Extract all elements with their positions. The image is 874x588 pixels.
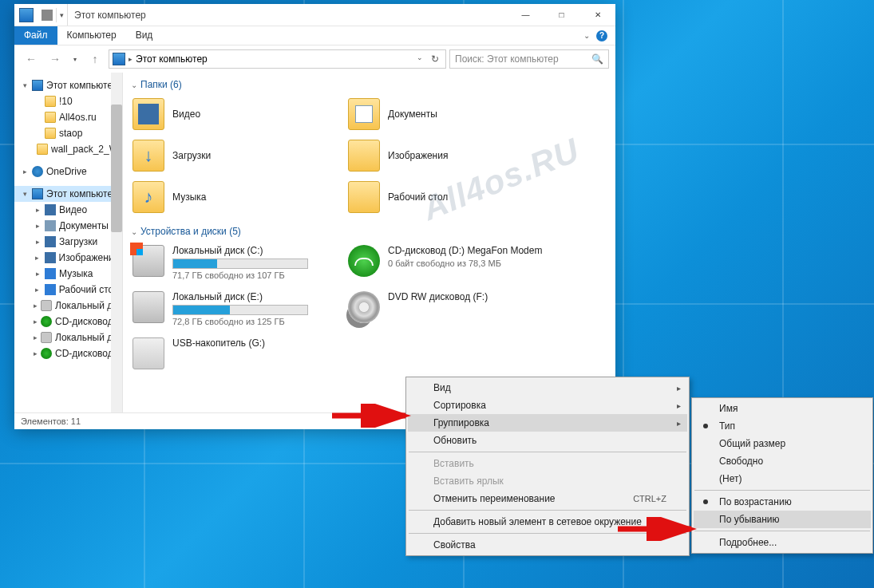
ctx-add-network[interactable]: Добавить новый элемент в сетевое окружен… [408,513,687,531]
section-folders-label: Папки (6) [140,79,182,90]
search-input[interactable]: Поиск: Этот компьютер 🔍 [449,49,609,69]
tree-caret-icon[interactable]: ▸ [34,286,42,294]
tree-item[interactable]: ▸Рабочий стол [14,282,122,298]
folder-tile[interactable]: Документы [346,97,546,132]
tree-caret-icon[interactable]: ▸ [34,270,42,278]
breadcrumb[interactable]: ▸ Этот компьютер ⌄ ↻ [109,49,446,69]
tree-item[interactable]: ▸Музыка [14,266,122,282]
maximize-button[interactable]: □ [544,4,579,26]
drive-tile[interactable]: DVD RW дисковод (F:) [346,290,546,328]
tree-caret-icon[interactable]: ▸ [34,349,38,357]
folder-tile[interactable]: Музыка [131,180,330,215]
ctx-view[interactable]: Вид▸ [408,379,687,397]
ctx-group-free[interactable]: Свободно [694,452,871,470]
ctx-undo-rename[interactable]: Отменить переименованиеCTRL+Z [408,490,687,507]
tree-item-label: Загрузки [59,236,97,247]
chevron-right-icon: ▸ [677,401,681,410]
tree-item[interactable]: All4os.ru [14,109,122,125]
content-pane[interactable]: ⌄ Папки (6) ВидеоДокументыЗагрузкиИзобра… [123,73,615,412]
tree-caret-icon[interactable]: ▸ [34,302,38,310]
tree-item[interactable]: ▸CD-дисковод (D:) [14,345,122,361]
ctx-group-more[interactable]: Подробнее... [694,534,871,551]
refresh-button[interactable]: ↻ [428,53,442,65]
tree-caret-icon[interactable]: ▸ [34,333,38,341]
tree-item[interactable]: ▸Локальный диск [14,330,122,345]
chevron-right-icon[interactable]: ▸ [129,55,132,63]
window-icon[interactable] [19,8,34,22]
tree-item[interactable]: ▸Документы [14,218,122,234]
tree-item[interactable]: staop [14,125,122,141]
search-icon[interactable]: 🔍 [591,53,603,65]
ctx-paste: Вставить [408,455,687,472]
drive-free-space: 71,7 ГБ свободно из 107 ГБ [172,270,329,280]
ctx-group-totalsize[interactable]: Общий размер [694,435,871,452]
separator [409,510,686,511]
tree-caret-icon[interactable]: ▸ [34,254,42,262]
ctx-group-none[interactable]: (Нет) [694,470,871,487]
tree-scrollbar[interactable] [111,73,122,412]
tree-caret-icon[interactable]: ▸ [21,168,29,176]
tree-item[interactable]: ▸Загрузки [14,234,122,250]
drive-tile[interactable]: Локальный диск (C:)71,7 ГБ свободно из 1… [131,243,330,282]
ctx-group-name[interactable]: Имя [694,400,871,417]
tab-view[interactable]: Вид [126,26,163,45]
help-icon[interactable]: ? [596,30,607,41]
section-folders[interactable]: ⌄ Папки (6) [131,79,607,90]
drive-usage-bar [172,258,308,269]
tree-item[interactable]: ▸Видео [14,202,122,218]
tree-caret-icon[interactable]: ▸ [34,222,42,230]
drive-tile[interactable]: CD-дисковод (D:) MegaFon Modem0 байт сво… [346,243,546,282]
close-button[interactable]: ✕ [579,4,615,26]
folder-tile[interactable]: Видео [131,97,330,132]
tree-item[interactable]: ▸OneDrive [14,164,122,180]
separator [694,490,870,491]
section-drives[interactable]: ⌄ Устройства и диски (5) [131,226,607,237]
tree-item-icon [45,204,56,215]
bullet-icon [703,499,708,504]
tree-caret-icon[interactable]: ▾ [21,190,29,198]
minimize-button[interactable]: — [508,4,544,26]
ribbon-expand-icon[interactable]: ⌄ [583,31,590,40]
qat-dropdown-icon[interactable]: ▾ [60,11,64,19]
folder-label: Рабочий стол [388,191,448,203]
ctx-refresh[interactable]: Обновить [408,432,687,449]
window-controls: — □ ✕ [508,4,615,26]
breadcrumb-icon [113,53,125,65]
drive-tile[interactable]: Локальный диск (E:)72,8 ГБ свободно из 1… [131,290,330,328]
tab-computer[interactable]: Компьютер [57,26,126,45]
folder-tile[interactable]: Рабочий стол [346,180,546,215]
tree-item-label: All4os.ru [59,112,97,123]
folder-tile[interactable]: Загрузки [131,138,330,173]
nav-up-button[interactable]: ↑ [85,49,105,69]
tree-scrollbar-thumb[interactable] [111,105,122,232]
tree-item[interactable]: ▸Изображения [14,250,122,266]
search-placeholder: Поиск: Этот компьютер [455,53,559,65]
folder-tile[interactable]: Изображения [346,138,546,173]
breadcrumb-dropdown-icon[interactable]: ⌄ [417,53,423,65]
nav-forward-button[interactable]: → [45,49,65,69]
qat-properties-icon[interactable] [42,10,53,21]
tree-item[interactable]: ▸Локальный диск [14,298,122,314]
ctx-properties[interactable]: Свойства [408,536,687,554]
tree-caret-icon[interactable]: ▾ [21,81,29,89]
tree-caret-icon[interactable]: ▸ [34,206,42,214]
ctx-sort[interactable]: Сортировка▸ [408,397,687,414]
nav-back-button[interactable]: ← [21,49,42,69]
tree-item[interactable]: ▸CD-дисковод (D:) [14,314,122,330]
navigation-tree[interactable]: ▾Этот компьютер!10All4os.rustaopwall_pac… [14,73,123,412]
ctx-group-asc[interactable]: По возрастанию [694,493,871,511]
breadcrumb-segment[interactable]: Этот компьютер [136,53,208,65]
tree-caret-icon[interactable]: ▸ [34,238,42,246]
tree-item[interactable]: !10 [14,93,122,109]
tab-file[interactable]: Файл [14,26,57,45]
tree-caret-icon[interactable]: ▸ [34,318,38,326]
ctx-group[interactable]: Группировка▸ [408,414,687,432]
titlebar[interactable]: ▾ Этот компьютер — □ ✕ [14,4,615,26]
tree-item[interactable]: ▾Этот компьютер [14,186,122,202]
drive-tile[interactable]: USB-накопитель (G:) [131,336,330,371]
nav-history-dropdown[interactable]: ▾ [69,49,81,69]
tree-item[interactable]: wall_pack_2_Win [14,141,122,157]
ctx-group-type[interactable]: Тип [694,417,871,435]
ctx-group-desc[interactable]: По убыванию [694,511,871,528]
tree-item[interactable]: ▾Этот компьютер [14,77,122,93]
